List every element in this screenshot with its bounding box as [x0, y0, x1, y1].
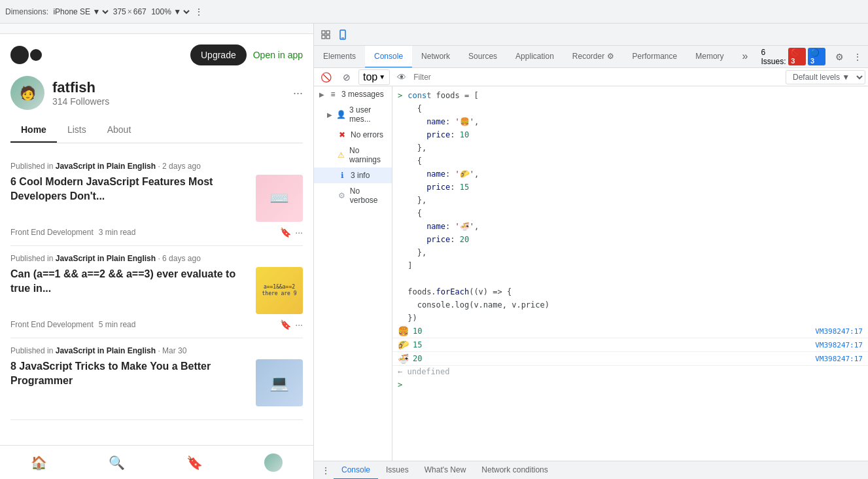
article-tag-1[interactable]: Front End Development: [10, 228, 94, 237]
code-line-brace1: {: [392, 102, 868, 115]
sidebar-item-info[interactable]: ℹ 3 info: [314, 168, 392, 183]
bookmark-nav-icon[interactable]: 🔖: [186, 455, 203, 470]
bottom-more-button[interactable]: ⋮: [318, 461, 334, 480]
sidebar-no-errors-label: No errors: [351, 130, 383, 139]
code-price3: price: 20: [408, 234, 863, 245]
eye-icon[interactable]: 👁: [392, 68, 411, 86]
sidebar-item-no-errors[interactable]: ✖ No errors: [314, 127, 392, 143]
code-indent7: [398, 181, 402, 193]
more-button[interactable]: ⋮: [850, 48, 865, 66]
tab-sources[interactable]: Sources: [459, 46, 506, 68]
inspect-toggle[interactable]: [317, 26, 335, 44]
code-indent3: [398, 129, 402, 141]
tab-memory[interactable]: Memory: [686, 46, 733, 68]
code-console: console.log(v.name, v.price): [408, 299, 863, 311]
tab-network[interactable]: Network: [412, 46, 459, 68]
input-prompt: >: [398, 380, 402, 389]
read-time-1: 3 min read: [99, 228, 136, 237]
mobile-bottom-nav: 🏠 🔍 🔖: [0, 445, 313, 479]
code-indent8: [398, 194, 402, 206]
zoom-select[interactable]: 100% ▼: [148, 7, 192, 17]
device-toggle[interactable]: [335, 26, 353, 44]
article-card-2: Published in JavaScript in Plain English…: [10, 246, 303, 338]
tab-application[interactable]: Application: [506, 46, 563, 68]
nav-about[interactable]: About: [97, 118, 142, 143]
mobile-content: Upgrade Open in app 🧑 fatfish 314 Follow…: [0, 34, 313, 445]
device-select[interactable]: iPhone SE ▼: [50, 7, 111, 17]
tab-more[interactable]: »: [733, 46, 757, 68]
open-in-app-link[interactable]: Open in app: [253, 50, 303, 60]
profile-more-button[interactable]: ···: [293, 86, 303, 100]
output-value-2: 15: [413, 340, 422, 349]
svg-rect-0: [322, 31, 325, 34]
code-price2: price: 15: [408, 181, 863, 193]
article-title-2[interactable]: Can (a==1 && a==2 && a==3) ever evaluate…: [10, 267, 251, 296]
article-tag-2[interactable]: Front End Development: [10, 320, 94, 329]
article-body-1: 6 Cool Modern JavaScript Features Most D…: [10, 175, 303, 222]
issues-label: 6 Issues:: [761, 48, 786, 66]
article-thumb-1: ⌨️: [256, 175, 303, 222]
expand-icon-user: ▶: [327, 111, 332, 118]
code-line-prompt[interactable]: > const foods = [: [392, 89, 868, 102]
file-ref-3[interactable]: VM398247:17: [815, 355, 863, 363]
nav-lists[interactable]: Lists: [57, 118, 97, 143]
output-value-3: 20: [413, 354, 422, 363]
code-indent14: [398, 286, 402, 298]
code-line-name3: name: '🍜',: [392, 220, 868, 233]
user-avatar-nav[interactable]: [264, 453, 283, 472]
bookmark-icon-1[interactable]: 🔖: [280, 227, 291, 238]
dimension-separator: ×: [128, 7, 132, 16]
levels-dropdown[interactable]: Default levels ▼: [786, 70, 865, 84]
file-ref-1[interactable]: VM398247:17: [815, 327, 863, 336]
console-filter-button[interactable]: ⊘: [338, 68, 356, 86]
info-icon: ℹ: [338, 171, 347, 180]
more-icon-2[interactable]: ···: [295, 319, 303, 330]
issues-badge[interactable]: 6 Issues: 🚫 3 🔵 3: [757, 46, 829, 68]
svg-rect-2: [322, 35, 325, 39]
top-selector[interactable]: top ▼: [358, 69, 390, 85]
settings-button[interactable]: ⚙: [832, 48, 848, 66]
article-meta-3: Published in JavaScript in Plain English…: [10, 346, 303, 355]
search-nav-icon[interactable]: 🔍: [109, 455, 125, 470]
article-card-1: Published in JavaScript in Plain English…: [10, 154, 303, 246]
output-value-1: 10: [413, 327, 422, 336]
devtools-panel: Elements Console Network Sources Applica…: [314, 24, 868, 479]
home-nav-icon[interactable]: 🏠: [31, 455, 47, 470]
filter-input[interactable]: [413, 73, 783, 82]
profile-nav: Home Lists About: [10, 118, 303, 143]
console-clear-button[interactable]: 🚫: [317, 68, 335, 86]
file-ref-2[interactable]: VM398247:17: [815, 341, 863, 349]
avatar: 🧑: [10, 76, 44, 110]
sidebar-item-messages[interactable]: ▶ ≡ 3 messages: [314, 86, 392, 102]
upgrade-button[interactable]: Upgrade: [190, 44, 247, 65]
nav-home[interactable]: Home: [10, 118, 57, 143]
sidebar-item-no-verbose[interactable]: ⚙ No verbose: [314, 183, 392, 208]
code-line-close2: },: [392, 194, 868, 207]
sidebar-item-user-messages[interactable]: ▶ 👤 3 user mes...: [314, 102, 392, 127]
warning-icon: ⚠: [338, 151, 345, 160]
code-line-brace3: {: [392, 207, 868, 220]
code-const: const foods = [: [408, 90, 863, 101]
bottom-tab-issues[interactable]: Issues: [378, 461, 417, 480]
article-title-1[interactable]: 6 Cool Modern JavaScript Features Most D…: [10, 175, 251, 204]
input-line[interactable]: >: [392, 378, 868, 392]
code-indent2: [398, 116, 402, 128]
bottom-tab-whatsnew[interactable]: What's New: [417, 461, 474, 480]
tab-console[interactable]: Console: [365, 46, 412, 68]
sidebar-item-no-warnings[interactable]: ⚠ No warnings: [314, 143, 392, 168]
bottom-tab-network-conditions[interactable]: Network conditions: [474, 461, 555, 480]
more-icon-1[interactable]: ···: [295, 227, 303, 238]
output-emoji-2: 🌮: [398, 340, 409, 350]
tab-recorder[interactable]: Recorder ⚙: [563, 46, 623, 68]
article-title-3[interactable]: 8 JavaScript Tricks to Make You a Better…: [10, 359, 251, 389]
issues-blue-badge: 🔵 3: [808, 48, 825, 65]
tab-performance[interactable]: Performance: [623, 46, 687, 68]
svg-rect-1: [326, 31, 330, 34]
code-line-foreach: foods.forEach((v) => {: [392, 285, 868, 298]
code-indent16: [398, 312, 402, 324]
tab-elements[interactable]: Elements: [314, 46, 365, 68]
toolbar-more-button[interactable]: ⋮: [194, 7, 203, 17]
bottom-tab-console[interactable]: Console: [334, 461, 378, 480]
console-input[interactable]: [411, 380, 863, 389]
bookmark-icon-2[interactable]: 🔖: [280, 319, 291, 330]
